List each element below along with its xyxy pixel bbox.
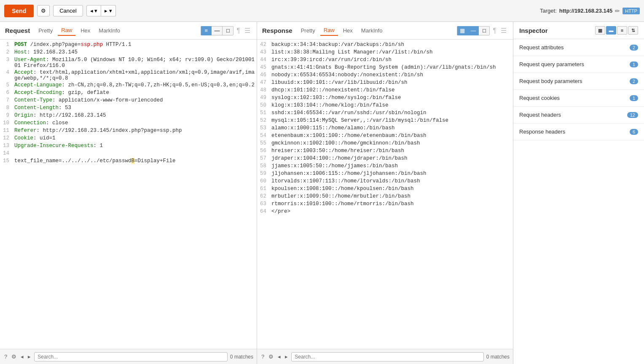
table-row: 44irc:x:39:39:ircd:/var/run/ircd:/bin/sh [257, 56, 513, 64]
inspector-icon-sort[interactable]: ⇅ [628, 26, 638, 35]
table-row: 15text_file_name=../../../../etc/passwdB… [0, 158, 257, 165]
request-help-icon[interactable]: ? [3, 353, 8, 361]
table-row: 3User-Agent: Mozilla/5.0 (Windows NT 10.… [0, 56, 257, 69]
response-settings-icon[interactable]: ⚙ [268, 353, 274, 361]
nav-group: ◂ ▾ ▸ ▾ [86, 5, 116, 16]
https-badge: HTTP [623, 8, 640, 14]
tab-response-markinfo[interactable]: MarkInfo [358, 26, 386, 35]
inspector-panel: Inspector ▦ ▬ ≡ ⇅ Request attributes2Req… [513, 22, 644, 364]
target-url: http://192.168.23.145 [559, 8, 612, 14]
table-row: 47libuuid:x:100:101::/var/lib/libuuid:/b… [257, 79, 513, 87]
inspector-icon-grid[interactable]: ▦ [595, 26, 605, 35]
list-item[interactable]: Request body parameters2 [513, 73, 644, 90]
list-item[interactable]: Response headers6 [513, 123, 644, 140]
table-row: 57jdraper:x:1004:100::/home/jdraper:/bin… [257, 155, 513, 163]
cancel-button[interactable]: Cancel [53, 5, 83, 16]
table-row: 14 [0, 150, 257, 158]
response-panel-header: Response Pretty Raw Hex MarkInfo ▦ — □ ¶… [257, 22, 513, 40]
main-area: Request Pretty Raw Hex MarkInfo ≡ — □ ¶ … [0, 22, 644, 364]
table-row: 54etenenbaum:x:1001:100::/home/etenenbau… [257, 132, 513, 140]
tab-request-hex[interactable]: Hex [77, 26, 94, 35]
table-row: 8Content-Length: 53 [0, 104, 257, 112]
table-row: 62mrbutler:x:1009:50::/home/mrbutler:/bi… [257, 193, 513, 201]
table-row: 49syslog:x:102:103::/home/syslog:/bin/fa… [257, 94, 513, 102]
tab-response-raw[interactable]: Raw [320, 25, 338, 36]
list-item[interactable]: Request query parameters1 [513, 56, 644, 73]
request-search-next-icon[interactable]: ▸ [27, 353, 32, 361]
request-search-input[interactable] [34, 352, 227, 361]
request-toolbar-grid-icon[interactable]: □ [223, 26, 233, 35]
response-panel-title: Response [262, 27, 292, 34]
table-row: 4Accept: text/html,application/xhtml+xml… [0, 69, 257, 82]
target-info: Target: http://192.168.23.145 ✏ HTTP [540, 8, 640, 14]
inspector-title: Inspector [519, 27, 592, 34]
response-code-area[interactable]: 42backup:x:34:34:backup:/var/backups:/bi… [257, 40, 513, 349]
table-row: 63rtmorris:x:1010:100::/home/rtmorris:/b… [257, 201, 513, 208]
table-row: 50klog:x:103:104::/home/klog:/bin/false [257, 102, 513, 110]
tab-request-markinfo[interactable]: MarkInfo [95, 26, 123, 35]
table-row: 64</pre> [257, 208, 513, 216]
request-panel: Request Pretty Raw Hex MarkInfo ≡ — □ ¶ … [0, 22, 257, 364]
table-row: 9Origin: http://192.168.23.145 [0, 112, 257, 120]
response-search-next-icon[interactable]: ▸ [284, 353, 289, 361]
response-toolbar-doc-icon[interactable]: ▦ [457, 26, 468, 35]
list-item[interactable]: Request headers12 [513, 107, 644, 123]
list-item[interactable]: Request attributes2 [513, 39, 644, 56]
target-label: Target: [540, 8, 557, 14]
edit-icon[interactable]: ✏ [615, 8, 620, 14]
inspector-header: Inspector ▦ ▬ ≡ ⇅ [513, 22, 644, 39]
response-toolbar-list-icon[interactable]: — [468, 26, 479, 35]
table-row: 5Accept-Language: zh-CN,zh;q=0.8,zh-TW;q… [0, 82, 257, 89]
request-search-prev-icon[interactable]: ◂ [20, 353, 24, 361]
tab-request-pretty[interactable]: Pretty [35, 26, 56, 35]
table-row: 43list:x:38:38:Mailing List Manager:/var… [257, 49, 513, 56]
response-search-input[interactable] [291, 352, 483, 361]
table-row: 51sshd:x:104:65534::/var/run/sshd:/usr/s… [257, 110, 513, 117]
table-row: 2Host: 192.168.23.145 [0, 49, 257, 56]
nav-next-button[interactable]: ▸ ▾ [101, 5, 116, 16]
nav-prev-button[interactable]: ◂ ▾ [86, 5, 102, 16]
response-toolbar-grid-icon[interactable]: □ [479, 26, 490, 35]
response-help-icon[interactable]: ? [260, 353, 265, 361]
response-search-prev-icon[interactable]: ◂ [277, 353, 282, 361]
table-row: 60ltorvalds:x:1007:113::/home/ltorvalds:… [257, 178, 513, 185]
request-ln-icon[interactable]: ¶ [236, 27, 240, 35]
tab-response-hex[interactable]: Hex [340, 26, 356, 35]
request-panel-title: Request [5, 27, 30, 34]
response-menu-icon[interactable]: ☰ [501, 27, 507, 35]
request-toolbar-doc-icon[interactable]: ≡ [201, 26, 212, 35]
table-row: 42backup:x:34:34:backup:/var/backups:/bi… [257, 41, 513, 49]
table-row: 12Cookie: uid=1 [0, 135, 257, 142]
tab-response-pretty[interactable]: Pretty [298, 26, 319, 35]
table-row: 53alamo:x:1000:115::/home/alamo:/bin/bas… [257, 125, 513, 132]
gear-button[interactable]: ⚙ [37, 5, 50, 16]
request-panel-header: Request Pretty Raw Hex MarkInfo ≡ — □ ¶ … [0, 22, 257, 40]
list-item[interactable]: Request cookies1 [513, 90, 644, 107]
table-row: 7Content-Type: application/x-www-form-ur… [0, 97, 257, 104]
response-search-bar: ? ⚙ ◂ ▸ 0 matches [257, 349, 513, 364]
inspector-items-list: Request attributes2Request query paramet… [513, 39, 644, 140]
request-toolbar-list-icon[interactable]: — [212, 26, 223, 35]
send-button[interactable]: Send [4, 5, 34, 17]
table-row: 46nobody:x:65534:65534:nobody:/nonexiste… [257, 72, 513, 79]
response-ln-icon[interactable]: ¶ [493, 27, 496, 35]
table-row: 6Accept-Encoding: gzip, deflate [0, 89, 257, 97]
request-menu-icon[interactable]: ☰ [244, 27, 250, 35]
tab-request-raw[interactable]: Raw [58, 25, 75, 36]
table-row: 10Connection: close [0, 120, 257, 127]
table-row: 1POST /index.php?page=ssp.php HTTP/1.1 [0, 41, 257, 49]
inspector-icon-lines[interactable]: ≡ [617, 26, 627, 35]
request-toolbar-group: ≡ — □ [201, 26, 233, 35]
inspector-icon-list[interactable]: ▬ [606, 26, 616, 35]
table-row: 59jljohansen:x:1006:115::/home/jljohanse… [257, 170, 513, 178]
table-row: 52mysql:x:105:114:MySQL Server,,:/var/li… [257, 117, 513, 125]
request-code-area[interactable]: 1POST /index.php?page=ssp.php HTTP/1.12H… [0, 40, 257, 349]
request-search-bar: ? ⚙ ◂ ▸ 0 matches [0, 349, 257, 364]
table-row: 13Upgrade-Insecure-Requests: 1 [0, 142, 257, 150]
table-row: 45gnats:x:41:41:Gnats Bug-Reporting Syst… [257, 64, 513, 72]
response-panel: Response Pretty Raw Hex MarkInfo ▦ — □ ¶… [257, 22, 513, 364]
table-row: 61kpoulsen:x:1008:100::/home/kpoulsen:/b… [257, 185, 513, 193]
table-row: 11Referer: http://192.168.23.145/index.p… [0, 127, 257, 135]
request-settings-icon[interactable]: ⚙ [11, 353, 17, 361]
request-matches-count: 0 matches [230, 354, 253, 360]
